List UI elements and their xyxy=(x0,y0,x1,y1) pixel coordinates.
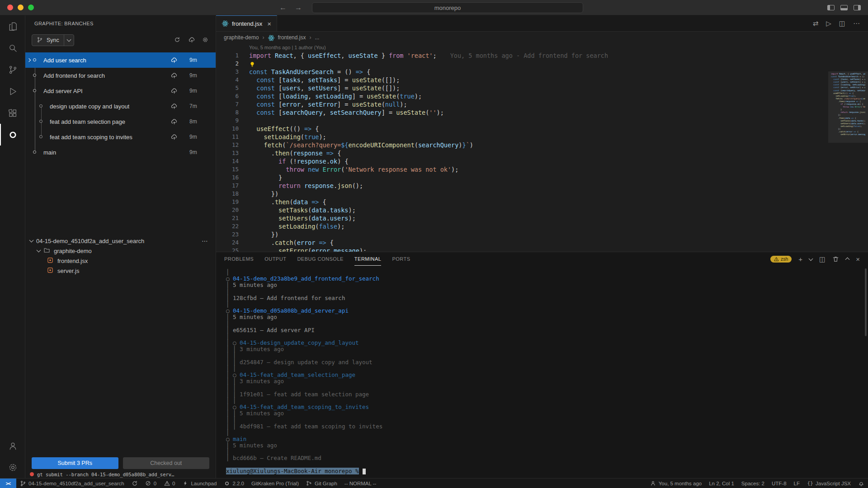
code-token: , xyxy=(341,52,348,59)
settings-gear-icon[interactable] xyxy=(202,37,209,44)
activity-item-graphite[interactable] xyxy=(0,124,25,145)
split-editor-icon[interactable]: ◫ xyxy=(839,19,845,28)
terminal-view[interactable]: │○ 04-15-demo_d23a8be9_add_frontend_for_… xyxy=(216,266,868,474)
submit-prs-button[interactable]: Submit 3 PRs xyxy=(32,457,118,469)
sync-button[interactable]: Sync xyxy=(32,34,74,46)
code-token: ] = xyxy=(352,93,367,100)
panel-tab-output[interactable]: OUTPUT xyxy=(264,252,286,266)
panel-tab-debug-console[interactable]: DEBUG CONSOLE xyxy=(297,252,343,266)
more-actions-icon[interactable]: ⋯ xyxy=(202,237,211,244)
branch-item[interactable]: main9m xyxy=(25,145,216,160)
branch-item[interactable]: feat add team selection page8m xyxy=(25,114,216,129)
terminal-line: │ │ 4bdf981 — feat add team scoping to i… xyxy=(226,423,868,430)
terminal-scrollbar[interactable] xyxy=(865,268,867,336)
code-token: error xyxy=(297,239,316,246)
new-terminal-icon[interactable]: + xyxy=(798,256,802,263)
code-token: message xyxy=(334,247,359,252)
activity-item-extensions[interactable] xyxy=(0,102,25,124)
toggle-panel-icon[interactable] xyxy=(840,5,848,10)
cloud-upload-icon[interactable] xyxy=(188,37,195,44)
panel-tab-ports[interactable]: PORTS xyxy=(392,252,410,266)
minimap[interactable]: import React, { useEffect, useState } fr… xyxy=(828,71,868,252)
activity-item-account[interactable] xyxy=(0,435,25,456)
status-remote[interactable]: >< xyxy=(0,479,16,488)
lightbulb-icon[interactable] xyxy=(249,61,255,68)
breadcrumb-file[interactable]: frontend.jsx xyxy=(278,34,306,41)
status-launchpad[interactable]: Launchpad xyxy=(179,479,220,488)
refresh-icon[interactable] xyxy=(174,37,181,44)
tree-item-server-js[interactable]: server.js xyxy=(25,266,216,276)
status-sync[interactable] xyxy=(128,479,142,488)
activity-item-source-control[interactable] xyxy=(0,59,25,80)
minimap-slider[interactable] xyxy=(828,71,868,143)
tree-item-frontend-jsx[interactable]: frontend.jsx xyxy=(25,256,216,266)
command-center[interactable]: monorepo xyxy=(312,2,583,13)
status-gitkraken[interactable]: GitKraken Pro (Trial) xyxy=(248,479,302,488)
status-git-branch[interactable]: 04-15-demo_4510df2a_add_user_search xyxy=(16,479,128,488)
panel-tab-terminal[interactable]: TERMINAL xyxy=(354,252,382,266)
toggle-secondary-sidebar-icon[interactable] xyxy=(854,5,861,10)
minimize-window-button[interactable] xyxy=(18,5,24,10)
status-language-mode[interactable]: {}JavaScript JSX xyxy=(803,479,854,488)
code-line: 15 throw new Error('Network response was… xyxy=(216,165,868,174)
status-eol[interactable]: LF xyxy=(790,479,803,488)
terminal-warning-badge[interactable]: zsh xyxy=(770,256,792,263)
breadcrumb-folder[interactable]: graphite-demo xyxy=(224,34,259,41)
branch-item[interactable]: Add frontend for search9m xyxy=(25,68,216,83)
status-git-graph[interactable]: Git Graph xyxy=(302,479,341,488)
panel-tab-problems[interactable]: PROBLEMS xyxy=(224,252,254,266)
run-file-icon[interactable]: ▷ xyxy=(826,19,831,28)
line-number: 3 xyxy=(216,68,239,76)
branch-item[interactable]: feat add team scoping to invites9m xyxy=(25,129,216,145)
terminal-prompt-line[interactable]: xiulung@Xiulungs-MacBook-Air monorepo % xyxy=(226,468,868,474)
status-graphite-version[interactable]: 2.2.0 xyxy=(220,479,248,488)
status-indentation[interactable]: Spaces: 2 xyxy=(738,479,768,488)
close-window-button[interactable] xyxy=(7,5,13,10)
activity-item-explorer[interactable] xyxy=(0,15,25,37)
code-text: if (!response.ok) { xyxy=(239,157,349,165)
navigate-forward-icon[interactable]: → xyxy=(295,4,302,12)
toggle-sidebar-icon[interactable] xyxy=(827,5,835,10)
activity-item-search[interactable] xyxy=(0,37,25,59)
terminal-dropdown-icon[interactable] xyxy=(809,256,813,261)
codelens[interactable]: You, 5 months ago | 1 author (You) xyxy=(216,43,868,52)
compare-changes-icon[interactable]: ⇄ xyxy=(813,19,819,28)
zoom-window-button[interactable] xyxy=(28,5,34,10)
status-vim-mode[interactable]: -- NORMAL -- xyxy=(341,479,380,488)
tab-frontend-jsx[interactable]: frontend.jsx × xyxy=(216,15,277,31)
breadcrumb-symbol[interactable]: ... xyxy=(315,34,319,41)
kill-terminal-icon[interactable] xyxy=(832,256,839,263)
status-problems-errors[interactable]: 0 xyxy=(142,479,160,488)
branch-item[interactable]: design update copy and layout7m xyxy=(25,99,216,114)
activity-item-run-and-debug[interactable] xyxy=(0,80,25,102)
terminal-line: │ ○ 04-15-feat_add_team_scoping_to_invit… xyxy=(226,404,868,410)
branch-tree-header[interactable]: 04-15-demo_4510df2a_add_user_search ⋯ xyxy=(25,236,216,246)
code-token xyxy=(304,166,308,173)
tree-item-graphite-demo[interactable]: graphite-demo xyxy=(25,246,216,256)
source-control-icon xyxy=(8,65,18,75)
close-tab-icon[interactable]: × xyxy=(267,20,271,28)
code-token: ( xyxy=(293,239,297,246)
maximize-panel-icon[interactable] xyxy=(845,257,850,262)
split-terminal-icon[interactable]: ◫ xyxy=(819,256,826,263)
close-panel-icon[interactable]: × xyxy=(856,256,860,263)
code-token xyxy=(249,125,256,132)
checked-out-button[interactable]: Checked out xyxy=(123,457,210,469)
code-area[interactable]: You, 5 months ago | 1 author (You) 1impo… xyxy=(216,43,868,252)
status-cursor-position[interactable]: Ln 2, Col 1 xyxy=(705,479,738,488)
status-blame[interactable]: You, 5 months ago xyxy=(646,479,705,488)
terminal-line: │ │ d254847 — design update copy and lay… xyxy=(226,359,868,366)
more-actions-icon[interactable]: ⋯ xyxy=(853,19,860,28)
refresh-icon xyxy=(132,480,138,487)
status-encoding[interactable]: UTF-8 xyxy=(768,479,790,488)
sync-dropdown-button[interactable] xyxy=(64,35,74,46)
navigate-back-icon[interactable]: ← xyxy=(279,4,287,12)
status-notifications[interactable] xyxy=(854,479,868,488)
branch-item[interactable]: Add server API9m xyxy=(25,83,216,99)
code-token: then xyxy=(275,150,290,157)
terminal-text: │ xyxy=(226,282,233,288)
activity-item-settings[interactable] xyxy=(0,456,25,478)
branch-item[interactable]: Add user search9m xyxy=(25,52,216,68)
status-problems-warnings[interactable]: 0 xyxy=(160,479,179,488)
code-line: 6 const [loading, setLoading] = useState… xyxy=(216,92,868,100)
